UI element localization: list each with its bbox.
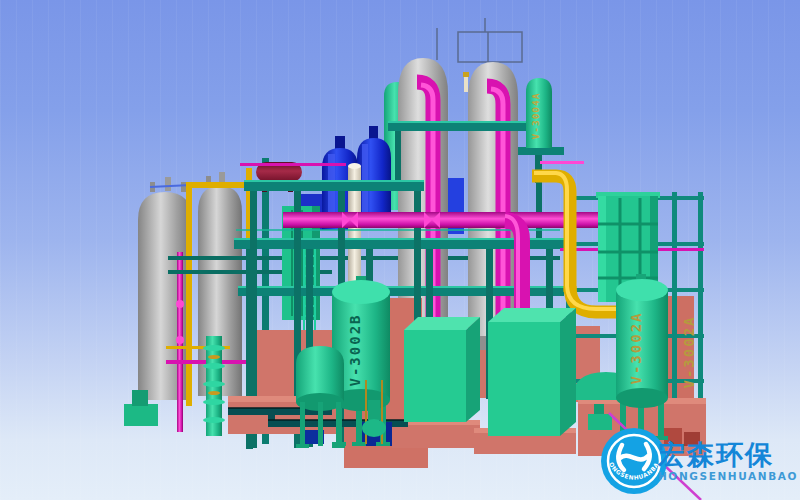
tank-v3002a-label: V-3002A [628,311,644,384]
logo-company-en: HONGSENHUANBAO [658,471,798,482]
foreground-skid-2 [488,308,576,436]
tank-v3002b-label: V-3002B [347,313,363,386]
vessel-v3004a: V-3004A [526,78,552,148]
tank-v3002a-float-tag: V-3002A [681,315,697,388]
vent-lines [437,18,522,62]
foreground-skid-1 [404,317,480,422]
tank-v3002a: V-3002A [616,274,668,440]
logo-wordmark: 宏森环保 HONGSENHUANBAO [598,424,798,498]
plant-3d-render: V-3004A [0,0,800,500]
logo-company-cn: 宏森环保 [658,441,798,468]
center-dome-tank [296,346,345,448]
vessel-v3004a-label: V-3004A [530,92,541,139]
